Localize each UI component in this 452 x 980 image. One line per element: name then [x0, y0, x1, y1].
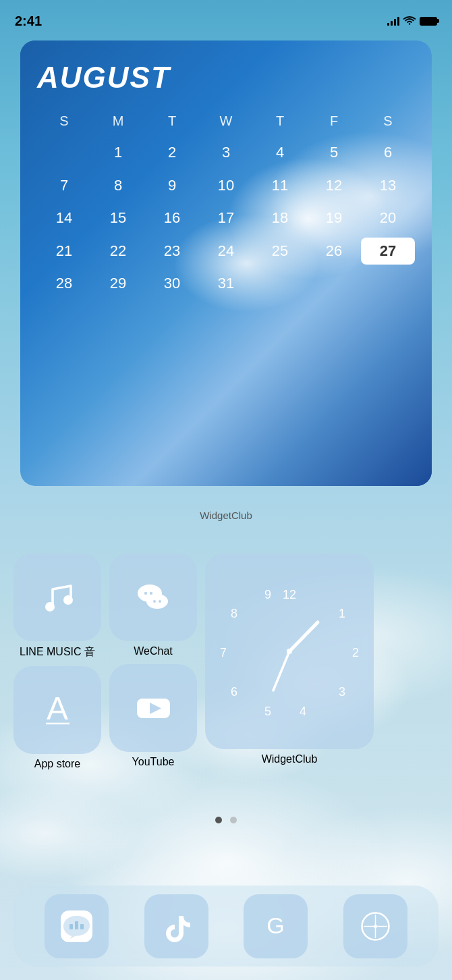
safari-icon-svg	[357, 908, 394, 945]
youtube-svg	[132, 686, 175, 730]
svg-point-0	[45, 602, 55, 611]
cal-header-thu: T	[253, 108, 307, 134]
status-icons	[387, 16, 437, 26]
svg-rect-26	[69, 924, 73, 929]
app-store-wrapper[interactable]: A App store	[13, 666, 101, 770]
cal-week-3: 14 15 16 17 18 19 20	[37, 205, 415, 232]
dock-tiktok[interactable]	[144, 894, 208, 958]
line-music-icon[interactable]	[13, 553, 101, 641]
svg-line-22	[289, 622, 318, 651]
cal-header-sat: S	[361, 108, 415, 134]
youtube-wrapper[interactable]: YouTube	[109, 664, 197, 768]
svg-point-8	[153, 600, 156, 603]
svg-text:9: 9	[264, 588, 271, 601]
svg-point-9	[159, 600, 161, 603]
calendar-grid: S M T W T F S 1 2 3 4 5 6 7 8	[37, 108, 415, 298]
cal-header-sun: S	[37, 108, 91, 134]
svg-text:A: A	[46, 690, 67, 726]
line-icon-svg	[58, 908, 95, 945]
line-music-wrapper[interactable]: LINE MUSIC 音	[13, 553, 101, 659]
cal-week-4: 21 22 23 24 25 26 27	[37, 238, 415, 265]
dock: G	[13, 886, 439, 967]
app-left-col: LINE MUSIC 音 A App store	[13, 553, 101, 770]
status-time: 2:41	[15, 13, 42, 29]
calendar-content: AUGUST S M T W T F S 1 2 3 4 5 6	[20, 40, 432, 317]
svg-text:6: 6	[231, 685, 237, 699]
svg-text:1: 1	[339, 607, 345, 620]
calendar-header-row: S M T W T F S	[37, 108, 415, 134]
app-mid-col: WeChat YouTube	[109, 553, 197, 770]
svg-text:5: 5	[264, 705, 271, 718]
app-row-top: LINE MUSIC 音 A App store	[13, 553, 439, 770]
dock-line[interactable]	[45, 894, 109, 958]
wifi-icon	[403, 16, 416, 26]
svg-point-24	[287, 649, 292, 654]
clock-widget-label: WidgetClub	[262, 753, 318, 765]
svg-point-1	[63, 595, 73, 605]
dot-1	[215, 817, 222, 823]
cal-header-mon: M	[91, 108, 145, 134]
svg-rect-27	[75, 921, 78, 929]
dock-google[interactable]: G	[244, 894, 308, 958]
svg-text:8: 8	[231, 607, 237, 620]
clock-widget-section[interactable]: 12 1 2 3 4 5 6 7 8 9 W	[205, 553, 374, 770]
signal-icon	[387, 16, 399, 26]
status-bar: 2:41	[0, 0, 452, 34]
app-store-icon[interactable]: A	[13, 666, 101, 754]
svg-rect-28	[80, 924, 84, 929]
calendar-month: AUGUST	[37, 61, 415, 94]
tiktok-icon-svg	[158, 908, 195, 945]
google-icon-svg: G	[257, 908, 294, 945]
svg-point-5	[146, 594, 168, 609]
svg-line-23	[273, 651, 289, 690]
battery-icon	[420, 17, 437, 26]
cal-week-5: 28 29 30 31	[37, 270, 415, 298]
cal-header-tue: T	[145, 108, 199, 134]
wechat-svg	[132, 576, 175, 620]
wechat-wrapper[interactable]: WeChat	[109, 553, 197, 657]
wechat-icon[interactable]	[109, 553, 197, 641]
dot-2	[230, 817, 237, 823]
cal-today: 27	[361, 238, 415, 265]
cal-week-1: 1 2 3 4 5 6	[37, 139, 415, 167]
cal-week-2: 7 8 9 10 11 12 13	[37, 172, 415, 200]
page-dots	[0, 817, 452, 823]
music-note-svg	[36, 576, 80, 620]
svg-point-6	[144, 591, 146, 594]
clock-face-svg: 12 1 2 3 4 5 6 7 8 9	[215, 577, 364, 726]
clock-widget[interactable]: 12 1 2 3 4 5 6 7 8 9	[205, 553, 374, 749]
svg-text:4: 4	[300, 705, 306, 718]
app-store-label: App store	[34, 758, 80, 770]
svg-point-7	[149, 591, 152, 594]
app-store-svg: A	[36, 688, 80, 732]
svg-point-36	[374, 925, 377, 928]
wechat-label: WeChat	[134, 645, 173, 657]
svg-text:G: G	[267, 913, 285, 938]
svg-text:2: 2	[352, 646, 359, 659]
line-music-label: LINE MUSIC 音	[20, 645, 95, 659]
app-grid: LINE MUSIC 音 A App store	[13, 553, 439, 774]
svg-text:7: 7	[220, 646, 227, 659]
calendar-widget[interactable]: AUGUST S M T W T F S 1 2 3 4 5 6	[20, 40, 432, 486]
svg-text:12: 12	[283, 588, 296, 601]
youtube-label: YouTube	[132, 756, 175, 768]
cal-header-fri: F	[307, 108, 361, 134]
youtube-icon[interactable]	[109, 664, 197, 752]
svg-text:3: 3	[339, 685, 345, 699]
cal-header-wed: W	[199, 108, 253, 134]
dock-safari[interactable]	[343, 894, 407, 958]
